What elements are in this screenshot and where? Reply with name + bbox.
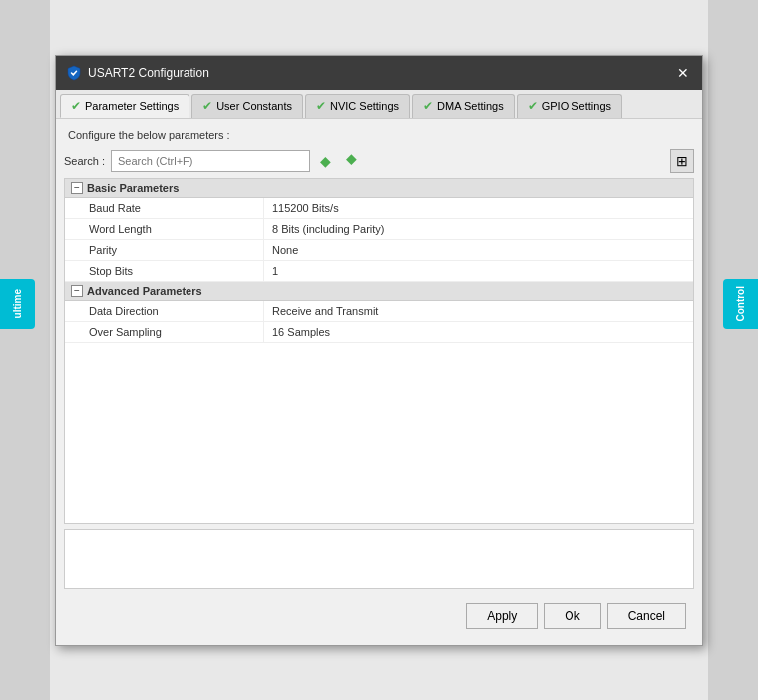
param-value: Receive and Transmit [264, 301, 693, 321]
tab-label: Parameter Settings [85, 100, 179, 112]
usart2-config-dialog: USART2 Configuration ✕ ✔ Parameter Setti… [55, 55, 703, 646]
param-value: 1 [264, 261, 693, 281]
tab-dma-settings[interactable]: ✔ DMA Settings [412, 94, 515, 118]
dialog-body: Configure the below parameters : Search … [56, 119, 702, 645]
table-row: Stop Bits 1 [65, 261, 693, 282]
title-left: USART2 Configuration [66, 65, 209, 81]
advanced-params-section-header: − Advanced Parameters [65, 282, 693, 301]
nav-up-button[interactable]: ◆ [342, 151, 362, 171]
empty-space [65, 343, 693, 523]
left-panel: ultime [0, 0, 50, 700]
tab-check-icon: ✔ [423, 99, 433, 113]
tab-nvic-settings[interactable]: ✔ NVIC Settings [305, 94, 410, 118]
param-name: Over Sampling [65, 322, 264, 342]
tab-gpio-settings[interactable]: ✔ GPIO Settings [517, 94, 622, 118]
param-value: None [264, 240, 693, 260]
apply-button[interactable]: Apply [466, 603, 538, 629]
param-name: Data Direction [65, 301, 264, 321]
advanced-params-label: Advanced Parameters [87, 285, 202, 297]
param-value: 16 Samples [264, 322, 693, 342]
close-button[interactable]: ✕ [674, 64, 692, 82]
params-container: − Basic Parameters Baud Rate 115200 Bits… [64, 178, 694, 524]
arrow-up-icon: ◆ [346, 153, 357, 169]
search-input[interactable] [111, 150, 310, 172]
table-row: Data Direction Receive and Transmit [65, 301, 693, 322]
right-panel: Control [708, 0, 758, 700]
param-value: 115200 Bits/s [264, 198, 693, 218]
table-row: Word Length 8 Bits (including Parity) [65, 219, 693, 240]
dialog-title: USART2 Configuration [88, 66, 209, 80]
basic-params-collapse-button[interactable]: − [71, 182, 83, 194]
param-name: Word Length [65, 219, 264, 239]
cancel-button[interactable]: Cancel [607, 603, 686, 629]
tab-check-icon: ✔ [71, 99, 81, 113]
left-cyan-bar: ultime [0, 279, 35, 329]
right-cyan-bar: Control [723, 279, 758, 329]
right-sidebar-label: Control [735, 286, 746, 322]
basic-params-label: Basic Parameters [87, 182, 179, 194]
shield-icon [66, 65, 82, 81]
arrow-down-icon: ◆ [320, 153, 331, 169]
tab-check-icon: ✔ [528, 99, 538, 113]
advanced-params-collapse-button[interactable]: − [71, 285, 83, 297]
nav-down-button[interactable]: ◆ [316, 151, 336, 171]
table-row: Baud Rate 115200 Bits/s [65, 198, 693, 219]
param-name: Parity [65, 240, 264, 260]
ok-button[interactable]: Ok [544, 603, 600, 629]
param-name: Baud Rate [65, 198, 264, 218]
dialog-titlebar: USART2 Configuration ✕ [56, 56, 702, 90]
tab-label: User Constants [216, 100, 292, 112]
search-bar: Search : ◆ ◆ ⊞ [64, 149, 694, 173]
param-value: 8 Bits (including Parity) [264, 219, 693, 239]
table-row: Over Sampling 16 Samples [65, 322, 693, 343]
tab-check-icon: ✔ [316, 99, 326, 113]
tab-check-icon: ✔ [202, 99, 212, 113]
tab-label: GPIO Settings [542, 100, 611, 112]
left-sidebar-label: ultime [12, 289, 23, 318]
tab-label: DMA Settings [437, 100, 504, 112]
basic-params-section-header: − Basic Parameters [65, 179, 693, 198]
configure-label: Configure the below parameters : [64, 127, 694, 143]
description-box [64, 529, 694, 589]
param-name: Stop Bits [65, 261, 264, 281]
tabs-bar: ✔ Parameter Settings ✔ User Constants ✔ … [56, 90, 702, 119]
tab-parameter-settings[interactable]: ✔ Parameter Settings [60, 94, 190, 118]
tab-label: NVIC Settings [330, 100, 399, 112]
grid-view-button[interactable]: ⊞ [670, 149, 694, 173]
tab-user-constants[interactable]: ✔ User Constants [191, 94, 303, 118]
dialog-footer: Apply Ok Cancel [64, 597, 694, 637]
table-row: Parity None [65, 240, 693, 261]
search-label: Search : [64, 155, 105, 167]
grid-icon: ⊞ [676, 153, 688, 169]
